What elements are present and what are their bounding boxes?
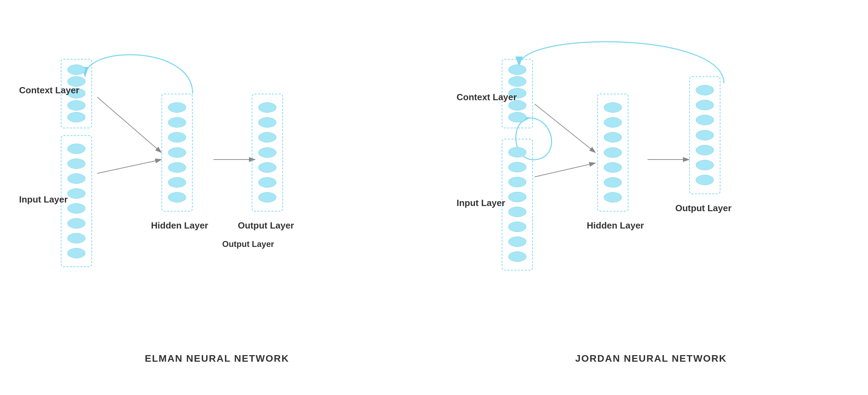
- neuron: [67, 112, 85, 122]
- neuron: [258, 117, 276, 128]
- neuron: [696, 145, 714, 155]
- jordan-output-label: Output Layer: [675, 203, 732, 214]
- neuron: [168, 117, 186, 128]
- neuron: [604, 192, 622, 203]
- neuron: [258, 192, 276, 203]
- neuron: [696, 130, 714, 140]
- elman-output-label2: Output Layer: [222, 239, 274, 249]
- neuron: [508, 237, 526, 247]
- neuron: [258, 132, 276, 143]
- elman-input-label: Input Layer: [19, 194, 68, 205]
- neuron: [168, 147, 186, 158]
- neuron: [508, 192, 526, 202]
- jordan-context-label: Context Layer: [457, 92, 517, 103]
- neuron: [508, 207, 526, 217]
- neuron: [604, 102, 622, 113]
- elman-context-label: Context Layer: [19, 85, 79, 96]
- neuron: [604, 132, 622, 143]
- neuron: [67, 248, 85, 258]
- svg-line-10: [535, 163, 595, 177]
- jordan-diagram: Context Layer Input Layer Hidden Layer: [460, 24, 842, 371]
- neuron: [258, 177, 276, 188]
- neuron: [696, 100, 714, 110]
- elman-hidden-layer: [161, 94, 193, 212]
- neuron: [67, 144, 85, 154]
- neuron: [67, 233, 85, 243]
- neuron: [258, 147, 276, 158]
- neuron: [508, 177, 526, 187]
- elman-hidden-label: Hidden Layer: [151, 220, 208, 231]
- neuron: [67, 218, 85, 229]
- neuron: [67, 65, 85, 75]
- elman-diagram: Context Layer Input Layer Hidden Layer: [26, 24, 408, 371]
- jordan-hidden-label: Hidden Layer: [587, 220, 644, 231]
- neuron: [67, 188, 85, 199]
- neuron: [168, 162, 186, 173]
- neuron: [508, 65, 526, 75]
- neuron: [67, 203, 85, 214]
- jordan-input-layer: [502, 139, 533, 271]
- main-container: Context Layer Input Layer Hidden Layer: [0, 0, 868, 395]
- neuron: [67, 158, 85, 169]
- elman-title: ELMAN NEURAL NETWORK: [26, 353, 408, 364]
- neuron: [604, 147, 622, 158]
- neuron: [67, 100, 85, 111]
- neuron: [604, 162, 622, 173]
- neuron: [508, 112, 526, 122]
- jordan-input-label: Input Layer: [457, 198, 505, 208]
- neuron: [508, 76, 526, 87]
- neuron: [258, 102, 276, 113]
- neuron: [508, 147, 526, 157]
- neuron: [168, 132, 186, 143]
- neuron: [67, 173, 85, 184]
- jordan-hidden-layer: [597, 94, 628, 212]
- neuron: [696, 175, 714, 185]
- svg-line-4: [97, 160, 161, 173]
- jordan-output-layer: [689, 76, 720, 194]
- neuron: [168, 102, 186, 113]
- neuron: [168, 177, 186, 188]
- svg-line-3: [97, 97, 161, 153]
- elman-output-label: Output Layer: [238, 220, 294, 231]
- neuron: [696, 115, 714, 125]
- neuron: [696, 160, 714, 170]
- neuron: [508, 251, 526, 262]
- elman-output-layer: [252, 94, 283, 212]
- neuron: [604, 117, 622, 128]
- neuron: [258, 162, 276, 173]
- jordan-title: JORDAN NEURAL NETWORK: [460, 353, 842, 364]
- neuron: [168, 192, 186, 203]
- neuron: [696, 85, 714, 95]
- svg-line-9: [535, 104, 595, 153]
- neuron: [604, 177, 622, 188]
- neuron: [508, 222, 526, 232]
- neuron: [508, 162, 526, 172]
